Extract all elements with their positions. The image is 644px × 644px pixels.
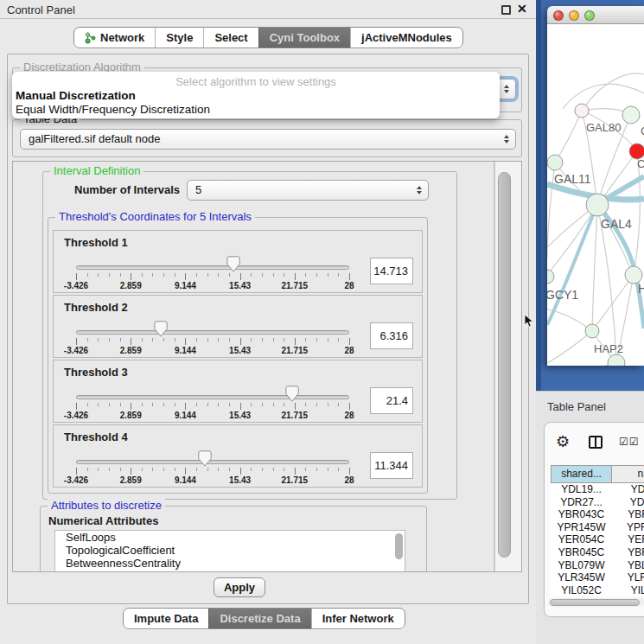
cell-name[interactable]: YIL052C — [612, 584, 644, 597]
tab-style[interactable]: Style — [155, 28, 203, 48]
cell-name[interactable]: YER054C — [612, 533, 644, 546]
attribute-item[interactable]: TopologicalCoefficient — [55, 544, 405, 557]
cell-name[interactable]: YPR145W — [612, 521, 644, 534]
tick-label: 9.144 — [175, 475, 196, 485]
cell-shared-name[interactable]: YIL052C — [551, 584, 612, 597]
close-icon[interactable]: ✕ — [517, 2, 527, 16]
interval-definition-title: Interval Definition — [50, 164, 143, 177]
apply-button[interactable]: Apply — [214, 577, 265, 597]
minimize-traffic-light[interactable] — [569, 10, 579, 21]
threshold-value-box[interactable]: 21.4 — [370, 387, 413, 414]
table-row[interactable]: YIL052CYIL052C — [551, 584, 644, 597]
numerical-attributes-label: Numerical Attributes — [48, 514, 158, 527]
dropdown-option-manual-discretization[interactable]: Manual Discretization — [16, 89, 136, 102]
cell-name[interactable]: YDL19... — [612, 483, 644, 496]
attribute-item[interactable]: BetweennessCentrality — [55, 557, 405, 570]
table-row[interactable]: YPR145WYPR145W — [551, 521, 644, 534]
cell-name[interactable]: YBL079W — [612, 559, 644, 572]
threshold-label: Threshold 1 — [64, 236, 128, 249]
slider-track[interactable] — [76, 330, 349, 335]
numerical-attributes-list[interactable]: SelfLoopsTopologicalCoefficientBetweenne… — [54, 530, 405, 572]
number-of-intervals-combobox[interactable]: 5 — [187, 180, 429, 201]
node-h[interactable] — [625, 266, 642, 284]
number-of-intervals-label: Number of Intervals — [74, 183, 180, 196]
tab-select[interactable]: Select — [203, 28, 258, 48]
table-row[interactable]: YER054CYER054C — [551, 533, 644, 546]
node-hap2[interactable] — [585, 324, 599, 338]
cell-shared-name[interactable]: YLR345W — [551, 571, 612, 584]
cell-shared-name[interactable]: YBR043C — [551, 508, 612, 521]
algorithm-dropdown-popup: Select algorithm to view settings Manual… — [12, 72, 500, 118]
settings-scroll-pane: Interval Definition Number of Intervals … — [12, 161, 522, 572]
node-gcy1[interactable] — [547, 270, 554, 284]
thresholds-group-title: Threshold's Coordinates for 5 Intervals — [55, 210, 255, 223]
threshold-value-box[interactable]: 14.713 — [370, 258, 413, 284]
threshold-panel: Threshold 1 -3.4262.8599.14415.4321.7152… — [53, 230, 423, 293]
threshold-label: Threshold 3 — [64, 366, 128, 379]
tick-label: 2.859 — [120, 475, 142, 485]
column-header-shared-name[interactable]: shared... — [551, 465, 612, 483]
table-hscrollbar-track[interactable] — [548, 598, 644, 607]
network-view-window[interactable]: GAL80GACGAL11GAL4GCY1HHAP2 — [547, 6, 644, 366]
list-scrollbar[interactable] — [395, 533, 403, 559]
slider-thumb[interactable] — [154, 321, 168, 337]
node-gal11[interactable] — [547, 155, 563, 170]
slider-thumb[interactable] — [226, 256, 240, 272]
tab-impute-data[interactable]: Impute Data — [124, 609, 208, 628]
tick-label: 2.859 — [120, 281, 142, 290]
slider-track[interactable] — [76, 460, 349, 464]
gear-icon[interactable]: ⚙ — [556, 432, 570, 451]
network-edge — [582, 73, 644, 111]
settings-scrollbar-thumb[interactable] — [498, 172, 511, 558]
node-upper-right[interactable] — [622, 106, 640, 124]
cell-shared-name[interactable]: YDL19... — [551, 483, 612, 496]
cell-shared-name[interactable]: YER054C — [551, 533, 612, 546]
slider-ticks: -3.4262.8599.14415.4321.71528 — [54, 468, 422, 487]
cell-shared-name[interactable]: YBL079W — [551, 559, 612, 572]
threshold-value-box[interactable]: 6.316 — [370, 322, 413, 349]
table-row[interactable]: YDR27...YDR27... — [551, 496, 644, 509]
tab-infer-network[interactable]: Infer Network — [311, 609, 405, 628]
split-columns-icon[interactable] — [589, 436, 603, 449]
network-canvas[interactable]: GAL80GACGAL11GAL4GCY1HHAP2 — [547, 24, 644, 366]
slider-thumb[interactable] — [285, 386, 299, 402]
slider-ticks: -3.4262.8599.14415.4321.71528 — [54, 273, 422, 292]
cell-name[interactable]: YDR27... — [612, 496, 644, 509]
node-label: C — [637, 157, 644, 170]
select-columns-icon[interactable]: ☑☑ — [619, 436, 640, 448]
slider-track[interactable] — [76, 395, 349, 399]
column-header-name[interactable]: name — [612, 465, 644, 483]
slider-track[interactable] — [76, 265, 349, 270]
float-window-icon[interactable] — [501, 5, 511, 15]
cell-name[interactable]: YLR345W — [612, 571, 644, 584]
table-row[interactable]: YBR043CYBR043C — [551, 508, 644, 521]
tab-discretize-data[interactable]: Discretize Data — [208, 609, 310, 628]
table-row[interactable]: YLR345WYLR345W — [551, 571, 644, 584]
table-hscrollbar-thumb[interactable] — [550, 599, 640, 606]
threshold-value-box[interactable]: 11.344 — [370, 452, 413, 479]
zoom-traffic-light[interactable] — [584, 10, 595, 21]
tab-network[interactable]: Network — [74, 28, 155, 48]
cell-name[interactable]: YBR043C — [612, 508, 644, 521]
node-gal80[interactable] — [575, 104, 589, 118]
tick-label: 28 — [344, 281, 354, 290]
cell-shared-name[interactable]: YPR145W — [551, 521, 612, 534]
cell-name[interactable]: YBR045C — [612, 546, 644, 559]
control-panel-title: Control Panel — [7, 3, 75, 16]
table-row[interactable]: YBL079WYBL079W — [551, 559, 644, 572]
cell-shared-name[interactable]: YDR27... — [551, 496, 612, 509]
network-window-titlebar — [547, 6, 644, 24]
table-row[interactable]: YBR045CYBR045C — [551, 546, 644, 559]
tab-jactivemnodules[interactable]: jActiveMNodules — [350, 28, 462, 48]
attribute-item[interactable]: SelfLoops — [55, 531, 405, 544]
table-row[interactable]: YDL19...YDL19... — [551, 483, 644, 496]
cell-shared-name[interactable]: YBR045C — [551, 546, 612, 559]
table-data-combobox[interactable]: galFiltered.sif default node — [20, 129, 516, 150]
node-gal4[interactable] — [586, 194, 609, 216]
settings-scrollbar-track[interactable] — [494, 162, 521, 571]
slider-thumb[interactable] — [198, 450, 212, 467]
close-traffic-light[interactable] — [553, 10, 564, 21]
tab-cyni-toolbox[interactable]: Cyni Toolbox — [258, 28, 350, 48]
dropdown-option-equal-width-frequency[interactable]: Equal Width/Frequency Discretization — [16, 103, 210, 116]
combo-stepper-icon — [417, 186, 422, 194]
